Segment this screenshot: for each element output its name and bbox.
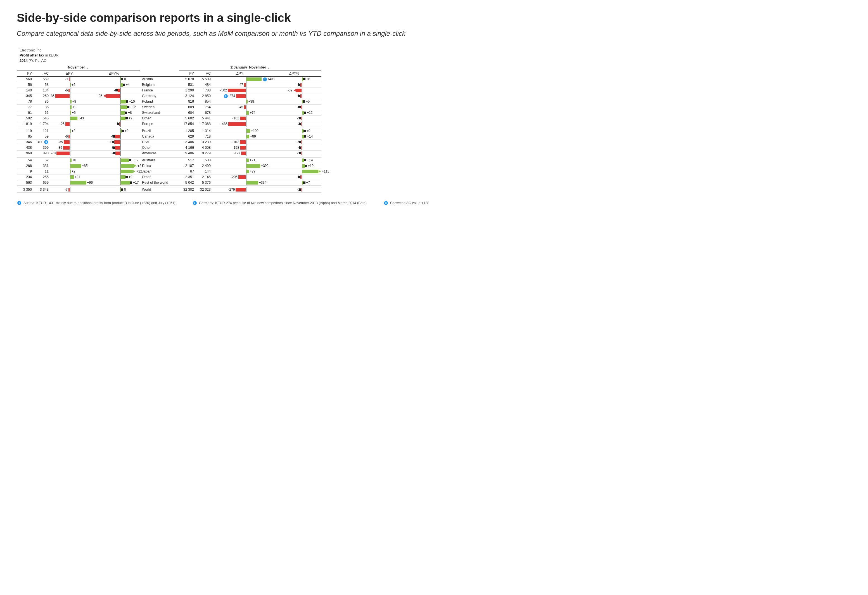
variance-pct-bar: -9 — [268, 93, 321, 99]
page-subtitle: Compare categorical data side-by-side ac… — [17, 29, 851, 38]
variance-bar: +2 — [50, 128, 89, 134]
variance-pct-bar: +115 — [268, 169, 321, 175]
marker-icon — [305, 165, 307, 167]
footnote-badge[interactable]: 3 — [44, 140, 48, 144]
variance-bar: 1+431 — [213, 77, 268, 82]
cell-ac: 718 — [196, 134, 213, 139]
variance-bar: +8 — [50, 158, 89, 163]
cell-ac: 121 — [34, 128, 50, 134]
footnotes: 1Austria: KEUR +431 mainly due to additi… — [17, 201, 851, 205]
cell-ac: 66 — [34, 110, 50, 116]
region-cell: Europe — [140, 121, 179, 127]
variance-bar: -45 — [213, 105, 268, 110]
cell-ac: 559 — [34, 77, 50, 82]
footnote-badge-icon: 1 — [17, 201, 21, 205]
variance-bar: 2-274 — [213, 93, 268, 99]
col-header-ac-right: AC — [196, 71, 213, 77]
marker-icon — [303, 182, 306, 184]
comparison-table: PYACΔPYΔPY%PYACΔPYΔPY%560559-10Austria5 … — [17, 71, 851, 192]
arrow-left-icon — [103, 95, 106, 97]
variance-bar: +109 — [213, 128, 268, 134]
marker-icon — [125, 176, 128, 178]
marker-icon — [304, 111, 306, 114]
marker-icon — [113, 135, 115, 138]
variance-pct-bar: +19 — [268, 163, 321, 169]
variance-pct-bar: -10 — [89, 139, 140, 145]
cell-py: 1 205 — [179, 128, 196, 134]
cell-py: 9 406 — [179, 151, 196, 156]
variance-bar: -6 — [50, 88, 89, 93]
cell-py: 61 — [17, 110, 34, 116]
region-cell: Germany — [140, 93, 179, 99]
cell-py: 517 — [179, 158, 196, 163]
cell-ac: 58 — [34, 82, 50, 88]
footnote-badge[interactable]: 1 — [263, 77, 267, 81]
variance-pct-bar: -1 — [268, 151, 321, 156]
marker-icon — [125, 111, 127, 114]
marker-icon — [298, 84, 300, 86]
marker-icon — [121, 78, 123, 80]
marker-icon — [299, 141, 301, 143]
col-header-dpypct-right: ΔPY% — [268, 71, 321, 77]
cell-ac: 5 376 — [196, 180, 213, 186]
variance-bar: +2 — [50, 169, 89, 175]
variance-pct-bar: 0 — [89, 187, 140, 192]
period-selector-left[interactable]: November⌄ — [17, 65, 140, 71]
cell-ac: 255 — [34, 175, 50, 180]
cell-py: 32 302 — [179, 187, 196, 192]
chevron-down-icon: ⌄ — [267, 66, 270, 70]
variance-bar: -502 — [213, 88, 268, 93]
variance-bar: -158 — [213, 145, 268, 151]
variance-pct-bar: -9 — [268, 175, 321, 180]
variance-pct-bar: -3 — [268, 121, 321, 127]
unit-label: in kEUR — [45, 53, 59, 57]
col-header-py-left: PY — [17, 71, 34, 77]
cell-py: 629 — [179, 134, 196, 139]
cell-ac: 4 008 — [196, 145, 213, 151]
variance-pct-bar: -4 — [89, 88, 140, 93]
variance-pct-bar: +2 — [89, 128, 140, 134]
marker-icon — [299, 147, 301, 149]
cell-py: 346 — [17, 139, 34, 145]
footnote-badge[interactable]: 2 — [224, 94, 228, 98]
variance-pct-bar: +14 — [268, 158, 321, 163]
variance-pct-bar: -5 — [268, 139, 321, 145]
cell-ac: 134 — [34, 88, 50, 93]
marker-icon — [125, 117, 128, 119]
cell-ac: 2 850 — [196, 93, 213, 99]
period-selector-right[interactable]: Σ January_November⌄ — [179, 65, 321, 71]
variance-bar: -161 — [213, 116, 268, 121]
cell-py: 345 — [17, 93, 34, 99]
cell-ac: 59 — [34, 134, 50, 139]
variance-pct-bar: +4 — [89, 82, 140, 88]
cell-ac: 659 — [34, 180, 50, 186]
marker-icon — [112, 141, 114, 143]
variance-bar: -85 — [50, 93, 89, 99]
cell-ac: 5 441 — [196, 116, 213, 121]
variance-bar: +74 — [213, 110, 268, 116]
variance-bar: +9 — [50, 105, 89, 110]
marker-icon — [117, 123, 119, 125]
variance-pct-bar: -25 — [89, 93, 140, 99]
region-cell: Other — [140, 116, 179, 121]
marker-icon — [303, 101, 305, 103]
region-cell: Other — [140, 145, 179, 151]
cell-py: 438 — [17, 145, 34, 151]
col-header-dpypct-left: ΔPY% — [89, 71, 140, 77]
measure-name: Profit after tax — [19, 53, 44, 57]
region-cell: France — [140, 88, 179, 93]
cell-ac: 5 509 — [196, 77, 213, 82]
region-cell: Belgium — [140, 82, 179, 88]
cell-py: 3 406 — [179, 139, 196, 145]
variance-pct-bar: -3 — [268, 116, 321, 121]
region-cell: China — [140, 163, 179, 169]
marker-icon — [298, 95, 300, 97]
cell-py: 5 042 — [179, 180, 196, 186]
variance-pct-bar: -9 — [89, 134, 140, 139]
cell-ac: 545 — [34, 116, 50, 121]
col-header-dpy-right: ΔPY — [213, 71, 268, 77]
cell-py: 502 — [17, 116, 34, 121]
cell-ac: 764 — [196, 105, 213, 110]
cell-py: 531 — [179, 82, 196, 88]
variance-bar: +43 — [50, 116, 89, 121]
